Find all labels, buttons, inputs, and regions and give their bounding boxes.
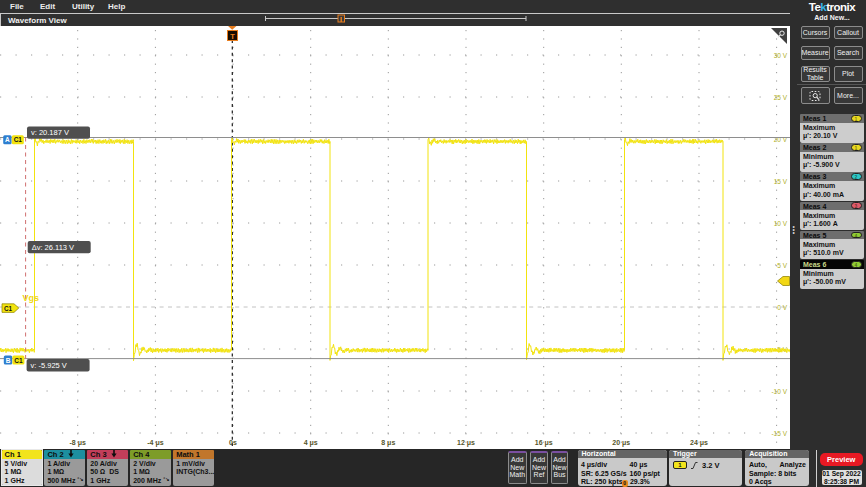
svg-text:12 μs: 12 μs (457, 439, 475, 447)
svg-text:24 μs: 24 μs (690, 439, 708, 447)
svg-text:v: -5.925 V: v: -5.925 V (31, 361, 67, 370)
svg-text:C1: C1 (4, 305, 13, 312)
svg-text:10 V: 10 V (774, 220, 788, 227)
svg-text:8 μs: 8 μs (381, 439, 395, 447)
svg-text:Vgs: Vgs (23, 293, 40, 303)
svg-text:0 V: 0 V (777, 304, 787, 311)
svg-text:20 V: 20 V (774, 136, 788, 143)
svg-text:A: A (5, 136, 10, 143)
svg-text:15 V: 15 V (774, 178, 788, 185)
svg-text:0s: 0s (229, 439, 237, 446)
svg-text:C1: C1 (14, 357, 23, 364)
svg-text:5 V: 5 V (777, 262, 787, 269)
svg-text:C1: C1 (14, 136, 23, 143)
svg-text:v: 20.187 V: v: 20.187 V (31, 128, 69, 137)
svg-text:-4 μs: -4 μs (147, 439, 163, 447)
svg-text:4 μs: 4 μs (304, 439, 318, 447)
svg-text:30 V: 30 V (774, 52, 788, 59)
svg-text:25 V: 25 V (774, 94, 788, 101)
svg-text:Δv: 26.113 V: Δv: 26.113 V (32, 243, 74, 252)
svg-text:-10 V: -10 V (771, 388, 787, 395)
svg-text:B: B (6, 357, 11, 364)
svg-text:20 μs: 20 μs (612, 439, 630, 447)
svg-text:T: T (230, 32, 235, 41)
svg-text:16 μs: 16 μs (535, 439, 553, 447)
svg-text:-8 μs: -8 μs (70, 439, 86, 447)
svg-text:-15 V: -15 V (771, 430, 787, 437)
